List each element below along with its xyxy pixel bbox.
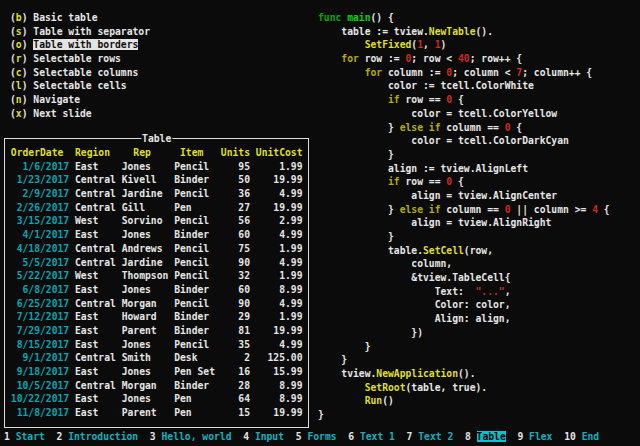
table-cell: East bbox=[75, 339, 122, 350]
menu-key-paren: ) bbox=[22, 39, 34, 50]
table-cell: 9/1/2017 bbox=[11, 352, 75, 363]
table-cell: 5/5/2017 bbox=[11, 257, 75, 268]
menu-key-paren: ) bbox=[22, 80, 34, 91]
slide-gap bbox=[337, 431, 349, 442]
code-line: Run() bbox=[318, 394, 610, 408]
menu-label: Basic table bbox=[33, 12, 97, 23]
table-cell: Binder bbox=[174, 325, 221, 336]
table-cell: Howard bbox=[122, 311, 175, 322]
table-row: 1/23/2017 Central Kivell Binder 50 19.99 bbox=[5, 173, 308, 187]
code-token: for bbox=[365, 67, 383, 78]
code-line: tview.NewApplication(). bbox=[318, 367, 610, 381]
table-cell: Binder bbox=[174, 284, 221, 295]
code-token: if bbox=[429, 204, 441, 215]
menu-item-s[interactable]: (s) Table with separator bbox=[10, 25, 150, 39]
code-token: column := bbox=[382, 67, 446, 78]
menu-label: Table with separator bbox=[33, 26, 150, 37]
code-line: align = tview.AlignRight bbox=[318, 216, 610, 230]
code-panel: func main() { table := tview.NewTable().… bbox=[318, 11, 610, 422]
table-cell: 6/25/2017 bbox=[11, 298, 75, 309]
code-line: for column := 0; column < 7; column++ { bbox=[318, 66, 610, 80]
code-line: } bbox=[318, 353, 610, 367]
table-cell: Jones bbox=[122, 161, 175, 172]
code-line: } else if column == 0 { bbox=[318, 121, 610, 135]
slide-number: 4 bbox=[243, 431, 255, 442]
table-panel[interactable]: Table OrderDate Region Rep Item Units Un… bbox=[4, 138, 309, 428]
table-cell: East bbox=[75, 325, 122, 336]
table-row: 6/8/2017 East Jones Binder 60 8.99 bbox=[5, 283, 308, 297]
code-token: column == bbox=[441, 122, 505, 133]
statusbar-slide-flex[interactable]: 9 Flex bbox=[517, 431, 552, 442]
code-line: column, bbox=[318, 257, 610, 271]
table-cell: 35 bbox=[221, 339, 256, 350]
table-header: OrderDate bbox=[11, 147, 75, 158]
code-token bbox=[318, 382, 365, 393]
code-token: table := tview. bbox=[318, 26, 429, 37]
code-token: }) bbox=[318, 327, 423, 338]
menu-item-o[interactable]: (o) Table with borders bbox=[10, 38, 150, 52]
table-cell: 4.99 bbox=[256, 188, 309, 199]
table-header: Region bbox=[75, 147, 122, 158]
statusbar-slide-forms[interactable]: 5 Forms bbox=[296, 431, 337, 442]
table-cell: 4.99 bbox=[256, 339, 309, 350]
statusbar-slide-table[interactable]: 8 Table bbox=[465, 431, 506, 442]
code-token: NewApplication bbox=[376, 368, 458, 379]
code-line: if row == 0 { bbox=[318, 175, 610, 189]
table-cell: Sorvino bbox=[122, 215, 175, 226]
statusbar-slide-text-1[interactable]: 6 Text 1 bbox=[348, 431, 395, 442]
menu-item-n[interactable]: (n) Navigate bbox=[10, 93, 150, 107]
code-token: ; row < bbox=[411, 53, 458, 64]
code-token: { bbox=[511, 122, 523, 133]
statusbar-slide-hello-world[interactable]: 3 Hello, world bbox=[150, 431, 232, 442]
code-token: (table, true). bbox=[406, 382, 488, 393]
table-cell: 56 bbox=[221, 215, 256, 226]
code-line: } bbox=[318, 148, 610, 162]
statusbar-slide-input[interactable]: 4 Input bbox=[243, 431, 284, 442]
slide-gap bbox=[284, 431, 296, 442]
slide-number: 9 bbox=[517, 431, 529, 442]
code-token: || column >= bbox=[511, 204, 593, 215]
code-line: Text: "...", bbox=[318, 285, 610, 299]
table-row: 10/22/2017 East Jones Pen 64 8.99 bbox=[5, 392, 308, 406]
menu-item-c[interactable]: (c) Selectable columns bbox=[10, 66, 150, 80]
statusbar-slide-introduction[interactable]: 2 Introduction bbox=[57, 431, 139, 442]
table-cell: 60 bbox=[221, 284, 256, 295]
menu-item-x[interactable]: (x) Next slide bbox=[10, 107, 150, 121]
statusbar-slide-end[interactable]: 10 End bbox=[564, 431, 599, 442]
table-cell: 29 bbox=[221, 311, 256, 322]
table-cell: 4.99 bbox=[256, 298, 309, 309]
table-cell: Parent bbox=[122, 407, 175, 418]
statusbar-slide-start[interactable]: 1 Start bbox=[4, 431, 45, 442]
table-header: Item bbox=[174, 147, 221, 158]
code-token: align = tview.AlignRight bbox=[318, 217, 551, 228]
table-title: Table bbox=[141, 132, 172, 145]
table-cell: Jardine bbox=[122, 188, 175, 199]
table-row: 10/5/2017 Central Morgan Binder 28 8.99 bbox=[5, 379, 308, 393]
code-token: } bbox=[318, 354, 347, 365]
table-cell: 60 bbox=[221, 229, 256, 240]
code-token: main bbox=[347, 12, 370, 23]
slide-number: 6 bbox=[348, 431, 360, 442]
statusbar-slide-text-2[interactable]: 7 Text 2 bbox=[407, 431, 454, 442]
menu-item-r[interactable]: (r) Selectable rows bbox=[10, 52, 150, 66]
table-cell: 1/6/2017 bbox=[11, 161, 75, 172]
table-cell: West bbox=[75, 215, 122, 226]
table-cell: 2/26/2017 bbox=[11, 202, 75, 213]
code-token: () bbox=[382, 395, 394, 406]
table-cell: Morgan bbox=[122, 298, 175, 309]
code-line: color := tcell.ColorWhite bbox=[318, 79, 610, 93]
table-cell: Smith bbox=[122, 352, 175, 363]
table-cell: East bbox=[75, 161, 122, 172]
slide-label: Hello, world bbox=[162, 431, 232, 442]
menu-item-b[interactable]: (b) Basic table bbox=[10, 11, 150, 25]
code-token: NewTable bbox=[429, 26, 476, 37]
slide-label: End bbox=[582, 431, 600, 442]
table-cell: 19.99 bbox=[256, 325, 309, 336]
table-cell: Desk bbox=[174, 352, 221, 363]
table-cell: 6/8/2017 bbox=[11, 284, 75, 295]
code-token: , bbox=[423, 39, 435, 50]
code-token: 40 bbox=[458, 53, 470, 64]
table-cell: Central bbox=[75, 298, 122, 309]
menu-label: Selectable cells bbox=[33, 80, 126, 91]
menu-item-l[interactable]: (l) Selectable cells bbox=[10, 79, 150, 93]
